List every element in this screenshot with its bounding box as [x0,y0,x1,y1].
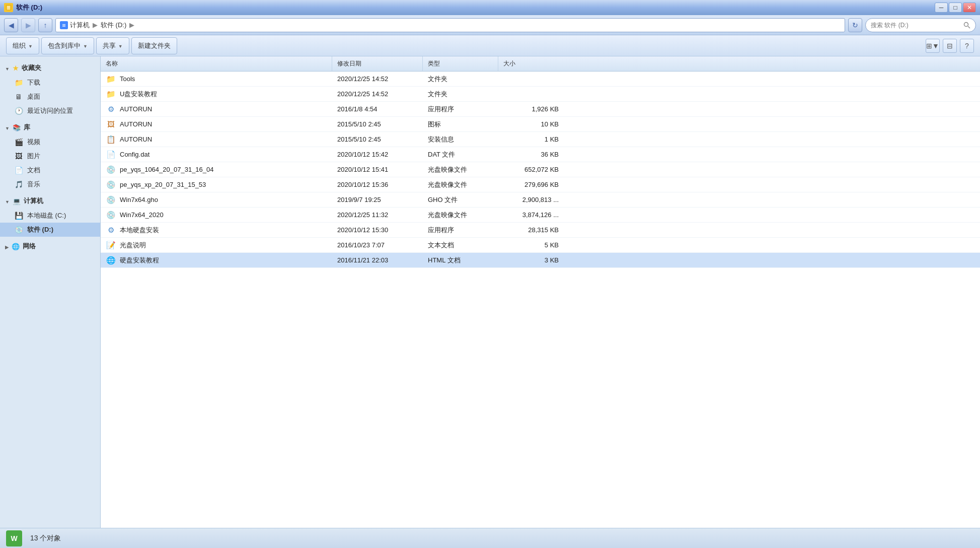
col-header-name[interactable]: 名称 [101,56,332,71]
status-count: 13 个对象 [30,534,61,543]
file-cell-size: 10 KB [498,117,564,131]
maximize-button[interactable]: □ [949,3,962,13]
file-cell-date: 2020/10/12 15:36 [332,177,423,192]
sidebar-network-header[interactable]: 🌐 网络 [0,239,100,254]
network-label: 网络 [23,242,36,251]
svg-rect-7 [62,26,65,27]
include-library-button[interactable]: 包含到库中 [41,37,94,54]
svg-line-9 [968,26,970,28]
table-row[interactable]: 📋 AUTORUN 2015/5/10 2:45 安装信息 1 KB [101,132,980,147]
file-list[interactable]: 名称 修改日期 类型 大小 📁 Tools 2020/12/25 14:52 文… [101,56,980,528]
toolbar-right: ⊞▼ ⊟ ? [926,39,974,53]
sidebar: ★ 收藏夹 📁 下载 🖥 桌面 🕐 最近访问的位置 📚 库 [0,56,101,528]
file-rows-container: 📁 Tools 2020/12/25 14:52 文件夹 📁 U盘安装教程 20… [101,72,980,268]
file-type-icon: 📝 [106,240,116,250]
sidebar-item-drive-c[interactable]: 💾 本地磁盘 (C:) [0,209,100,223]
file-name-text: Config.dat [120,151,149,158]
sidebar-library-header[interactable]: 📚 库 [0,120,100,135]
file-name-text: Win7x64_2020 [120,211,164,219]
sidebar-item-download[interactable]: 📁 下载 [0,76,100,90]
library-label: 库 [24,123,30,132]
music-icon: 🎵 [14,180,23,189]
sidebar-computer-header[interactable]: 💻 计算机 [0,193,100,209]
path-sep-1: ▶ [93,21,98,29]
refresh-button[interactable]: ↻ [848,18,862,32]
sidebar-item-music[interactable]: 🎵 音乐 [0,177,100,191]
window-title: 软件 (D:) [16,3,42,12]
view-toggle-button[interactable]: ⊞▼ [926,39,940,53]
col-header-type[interactable]: 类型 [423,56,498,71]
search-icon [963,22,970,29]
table-row[interactable]: 💿 Win7x64_2020 2020/12/25 11:32 光盘映像文件 3… [101,208,980,223]
documents-icon: 📄 [14,166,23,175]
file-name-text: AUTORUN [120,135,152,143]
file-cell-type: 安装信息 [423,132,498,147]
file-cell-date: 2016/10/23 7:07 [332,238,423,252]
file-type-icon: 📄 [106,150,116,160]
path-sep-2: ▶ [129,21,134,29]
sidebar-label-download: 下载 [27,78,40,87]
organize-button[interactable]: 组织 [6,37,39,54]
col-header-date[interactable]: 修改日期 [332,56,423,71]
file-name-text: AUTORUN [120,105,152,113]
sidebar-item-drive-d[interactable]: 💿 软件 (D:) [0,223,100,237]
file-name-text: AUTORUN [120,120,152,128]
sidebar-item-desktop[interactable]: 🖥 桌面 [0,90,100,104]
table-row[interactable]: ⚙ AUTORUN 2016/1/8 4:54 应用程序 1,926 KB [101,102,980,117]
file-cell-name: 📁 U盘安装教程 [101,87,332,101]
file-cell-date: 2016/1/8 4:54 [332,102,423,116]
table-row[interactable]: 💿 pe_yqs_xp_20_07_31_15_53 2020/10/12 15… [101,177,980,192]
table-row[interactable]: 🌐 硬盘安装教程 2016/11/21 22:03 HTML 文档 3 KB [101,253,980,268]
sidebar-item-pictures[interactable]: 🖼 图片 [0,149,100,163]
sidebar-label-video: 视频 [27,138,40,147]
minimize-button[interactable]: ─ [935,3,948,13]
col-header-size[interactable]: 大小 [498,56,564,71]
file-cell-type: 应用程序 [423,223,498,237]
share-caret [118,42,123,49]
search-input[interactable] [871,22,960,29]
table-row[interactable]: 📁 Tools 2020/12/25 14:52 文件夹 [101,72,980,87]
table-row[interactable]: 📁 U盘安装教程 2020/12/25 14:52 文件夹 [101,87,980,102]
table-row[interactable]: ⚙ 本地硬盘安装 2020/10/12 15:30 应用程序 28,315 KB [101,223,980,238]
up-button[interactable]: ↑ [38,18,52,32]
file-name-text: 硬盘安装教程 [120,256,159,265]
table-row[interactable]: 🖼 AUTORUN 2015/5/10 2:45 图标 10 KB [101,117,980,132]
file-type-icon: 💿 [106,210,116,220]
close-button[interactable]: ✕ [963,3,976,13]
address-bar: ◀ ▶ ↑ 计算机 ▶ 软件 (D:) ▶ ↻ [0,15,980,35]
download-folder-icon: 📁 [14,78,23,87]
svg-text:W: W [11,534,18,542]
back-button[interactable]: ◀ [4,18,18,32]
sidebar-library-section: 📚 库 🎬 视频 🖼 图片 📄 文档 🎵 音乐 [0,120,100,191]
sidebar-item-recent[interactable]: 🕐 最近访问的位置 [0,104,100,118]
file-cell-date: 2020/10/12 15:42 [332,147,423,162]
recent-icon: 🕐 [14,106,23,115]
forward-button[interactable]: ▶ [21,18,35,32]
address-path[interactable]: 计算机 ▶ 软件 (D:) ▶ [55,18,845,32]
file-name-text: U盘安装教程 [120,90,157,99]
table-row[interactable]: 💿 pe_yqs_1064_20_07_31_16_04 2020/10/12 … [101,162,980,177]
file-cell-size [498,87,564,101]
sidebar-item-video[interactable]: 🎬 视频 [0,135,100,149]
help-button[interactable]: ? [960,39,974,53]
new-folder-button[interactable]: 新建文件夹 [131,37,177,54]
table-row[interactable]: 📝 光盘说明 2016/10/23 7:07 文本文档 5 KB [101,238,980,253]
share-button[interactable]: 共享 [96,37,129,54]
preview-pane-button[interactable]: ⊟ [943,39,957,53]
sidebar-item-documents[interactable]: 📄 文档 [0,163,100,177]
file-name-text: Win7x64.gho [120,196,158,203]
sidebar-favorites-header[interactable]: ★ 收藏夹 [0,60,100,76]
file-cell-name: ⚙ 本地硬盘安装 [101,223,332,237]
table-row[interactable]: 📄 Config.dat 2020/10/12 15:42 DAT 文件 36 … [101,147,980,162]
file-cell-name: 📄 Config.dat [101,147,332,162]
search-box[interactable] [865,18,976,32]
file-cell-size [498,72,564,86]
table-row[interactable]: 💿 Win7x64.gho 2019/9/7 19:25 GHO 文件 2,90… [101,192,980,208]
file-name-text: pe_yqs_xp_20_07_31_15_53 [120,181,206,188]
svg-rect-6 [62,25,65,26]
file-type-icon: 💿 [106,180,116,190]
file-cell-type: 文本文档 [423,238,498,252]
file-cell-name: 📋 AUTORUN [101,132,332,147]
file-cell-date: 2020/12/25 14:52 [332,72,423,86]
file-type-icon: 💿 [106,165,116,175]
